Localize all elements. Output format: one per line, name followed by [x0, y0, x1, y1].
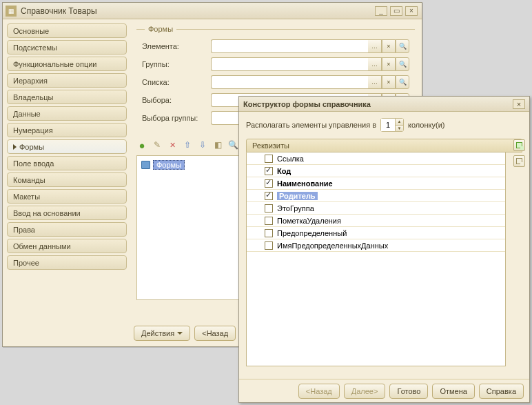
- dlg-ok-button[interactable]: Готово: [389, 384, 428, 399]
- sidebar-item[interactable]: Данные: [7, 106, 127, 121]
- form-input[interactable]: [211, 75, 368, 89]
- tree-root-label: Формы: [153, 160, 185, 170]
- requisite-row[interactable]: ЭтоГруппа: [247, 202, 505, 215]
- requisite-row[interactable]: Родитель: [247, 190, 505, 202]
- requisite-label: ЭтоГруппа: [277, 204, 314, 213]
- sidebar-item-label: Владельцы: [13, 93, 53, 101]
- sidebar-item-label: Подсистемы: [13, 43, 57, 52]
- requisite-checkbox[interactable]: [265, 167, 273, 175]
- delete-icon[interactable]: ✕: [167, 139, 178, 150]
- lookup-button[interactable]: 🔍: [396, 75, 409, 89]
- dlg-next-button[interactable]: Далее>: [344, 384, 386, 399]
- sidebar-item[interactable]: Основные: [7, 23, 127, 38]
- sidebar-item[interactable]: Нумерация: [7, 123, 127, 137]
- minimize-button[interactable]: _: [375, 6, 387, 16]
- requisite-row[interactable]: Предопределенный: [247, 227, 505, 239]
- sidebar-item-label: Команды: [13, 176, 45, 184]
- actions-button[interactable]: Действия: [134, 326, 190, 341]
- spin-down-icon[interactable]: ▼: [396, 126, 403, 132]
- sidebar-item-label: Данные: [13, 110, 41, 118]
- requisite-checkbox[interactable]: [265, 241, 273, 250]
- sidebar: ОсновныеПодсистемыФункциональные опцииИе…: [7, 23, 127, 342]
- sidebar-item[interactable]: Макеты: [7, 189, 127, 204]
- requisite-label: Предопределенный: [277, 229, 347, 237]
- close-button[interactable]: ×: [405, 6, 418, 16]
- requisite-checkbox[interactable]: [265, 204, 273, 213]
- requisite-row[interactable]: Ссылка: [247, 152, 505, 165]
- sidebar-item-label: Основные: [13, 27, 49, 35]
- sidebar-item-label: Обмен данными: [13, 242, 71, 250]
- sidebar-item[interactable]: Права: [7, 222, 127, 237]
- sidebar-item-label: Прочее: [13, 259, 39, 267]
- active-arrow-icon: [13, 144, 17, 150]
- clear-button[interactable]: ×: [382, 39, 396, 53]
- edit-icon[interactable]: ✎: [152, 139, 163, 150]
- clear-button[interactable]: ×: [382, 75, 396, 89]
- sidebar-item[interactable]: Обмен данными: [7, 239, 127, 253]
- sidebar-item[interactable]: Владельцы: [7, 90, 127, 104]
- requisite-row[interactable]: ПометкаУдаления: [247, 215, 505, 227]
- requisite-label: Ссылка: [277, 155, 304, 163]
- sidebar-item[interactable]: Функциональные опции: [7, 57, 127, 71]
- requisite-label: ПометкаУдаления: [277, 217, 341, 225]
- dialog-titlebar: Конструктор формы справочника ×: [239, 97, 529, 112]
- requisite-checkbox[interactable]: [265, 192, 273, 200]
- sidebar-item[interactable]: Формы: [7, 139, 127, 154]
- sidebar-item[interactable]: Команды: [7, 172, 127, 187]
- check-all-button[interactable]: [513, 139, 525, 151]
- app-icon: ▦: [6, 6, 17, 17]
- search-icon[interactable]: 🔍: [227, 139, 238, 150]
- sidebar-item-label: Ввод на основании: [13, 209, 81, 217]
- ellipsis-button[interactable]: …: [368, 75, 382, 89]
- sidebar-item-label: Функциональные опции: [13, 60, 96, 68]
- sidebar-item-label: Иерархия: [13, 77, 48, 85]
- columns-row: Располагать элементы управления в ▲ ▼ ко…: [246, 118, 522, 132]
- sidebar-item[interactable]: Подсистемы: [7, 40, 127, 55]
- sidebar-item-label: Формы: [19, 143, 44, 151]
- requisite-row[interactable]: ИмяПредопределенныхДанных: [247, 239, 505, 252]
- clear-button[interactable]: ×: [382, 57, 396, 71]
- sidebar-item-label: Нумерация: [13, 126, 53, 135]
- columns-input[interactable]: [381, 119, 395, 131]
- move-up-icon[interactable]: ⇧: [182, 139, 193, 150]
- restore-button[interactable]: ▭: [390, 6, 402, 16]
- requisite-checkbox[interactable]: [265, 229, 273, 237]
- sidebar-item[interactable]: Поле ввода: [7, 156, 127, 170]
- form-row-label: Списка:: [142, 78, 211, 86]
- columns-prefix: Располагать элементы управления в: [246, 121, 376, 129]
- add-icon[interactable]: ●: [136, 139, 147, 150]
- form-row-label: Группы:: [142, 60, 211, 68]
- wizard-icon[interactable]: ◧: [212, 139, 223, 150]
- requisite-row[interactable]: Наименование: [247, 177, 505, 190]
- dlg-help-button[interactable]: Справка: [479, 384, 524, 399]
- back-button[interactable]: <Назад: [194, 326, 236, 341]
- lookup-button[interactable]: 🔍: [396, 57, 409, 71]
- dlg-cancel-button[interactable]: Отмена: [432, 384, 474, 399]
- requisite-checkbox[interactable]: [265, 179, 273, 188]
- sidebar-item[interactable]: Прочее: [7, 255, 127, 270]
- uncheck-all-button[interactable]: [513, 155, 525, 167]
- requisites-list[interactable]: СсылкаКодНаименованиеРодительЭтоГруппаПо…: [246, 152, 506, 366]
- ellipsis-button[interactable]: …: [368, 39, 382, 53]
- requisite-row[interactable]: Код: [247, 165, 505, 177]
- form-row-label: Элемента:: [142, 42, 211, 50]
- form-input[interactable]: [211, 57, 368, 71]
- dialog-title: Конструктор формы справочника: [243, 100, 513, 108]
- form-icon: [141, 161, 150, 169]
- sidebar-item[interactable]: Иерархия: [7, 73, 127, 88]
- requisite-label: Код: [277, 167, 291, 175]
- move-down-icon[interactable]: ⇩: [197, 139, 208, 150]
- dialog-close-button[interactable]: ×: [513, 99, 525, 109]
- dlg-back-button[interactable]: <Назад: [298, 384, 340, 399]
- sidebar-item[interactable]: Ввод на основании: [7, 206, 127, 220]
- form-input[interactable]: [211, 39, 368, 53]
- constructor-dialog: Конструктор формы справочника × Располаг…: [238, 96, 530, 403]
- lookup-button[interactable]: 🔍: [396, 39, 409, 53]
- requisite-label: Наименование: [277, 179, 333, 188]
- ellipsis-button[interactable]: …: [368, 57, 382, 71]
- spin-up-icon[interactable]: ▲: [396, 119, 403, 126]
- requisite-checkbox[interactable]: [265, 155, 273, 163]
- requisite-checkbox[interactable]: [265, 217, 273, 225]
- sidebar-item-label: Макеты: [13, 192, 40, 201]
- columns-spinner[interactable]: ▲ ▼: [380, 118, 404, 132]
